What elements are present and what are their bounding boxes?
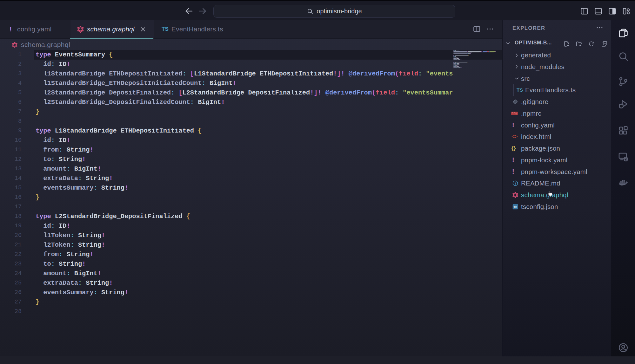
svg-text:TS: TS <box>513 205 517 209</box>
